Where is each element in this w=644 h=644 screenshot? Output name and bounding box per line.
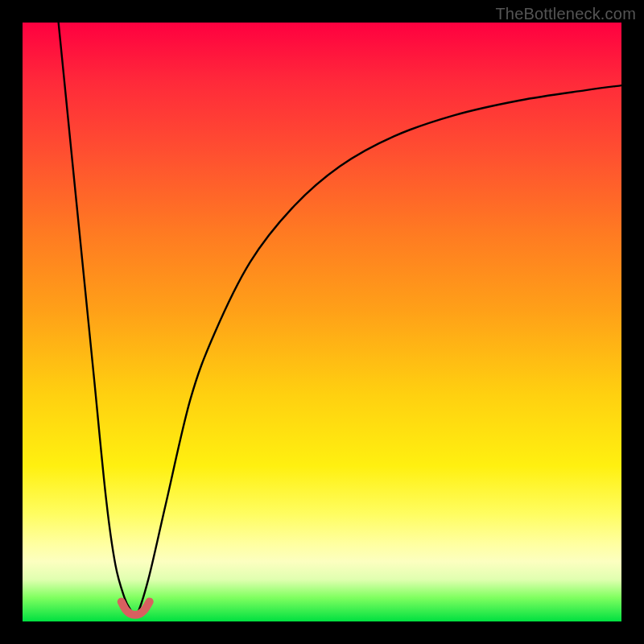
curve-layer xyxy=(23,23,621,621)
watermark-text: TheBottleneck.com xyxy=(495,5,636,23)
minimum-marker xyxy=(122,601,150,614)
bottleneck-curve xyxy=(59,23,621,617)
plot-area xyxy=(23,23,621,621)
chart-frame: TheBottleneck.com xyxy=(0,0,644,644)
